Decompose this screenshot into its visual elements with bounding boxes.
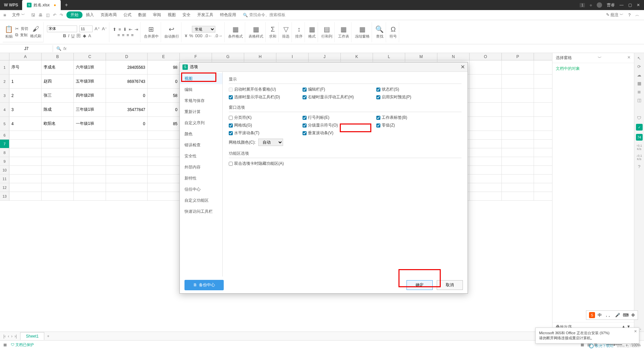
symbol-button[interactable]: Ω符号 xyxy=(389,26,397,39)
dialog-nav-item[interactable]: 自定义功能区 xyxy=(180,195,222,206)
indent-inc-icon[interactable]: ⇥ xyxy=(135,27,138,32)
cell[interactable] xyxy=(106,148,148,157)
font-color-icon[interactable]: A xyxy=(88,33,91,38)
help-sidebar-icon[interactable]: ? xyxy=(638,164,640,169)
avatar-icon[interactable] xyxy=(597,2,602,8)
cell[interactable] xyxy=(106,140,148,148)
cell[interactable] xyxy=(148,192,180,200)
collapse-ribbon-icon[interactable]: ︿ xyxy=(635,12,639,18)
cell[interactable] xyxy=(42,192,74,200)
cell[interactable] xyxy=(74,192,106,200)
cell[interactable]: 2 xyxy=(9,89,42,102)
menu-view[interactable]: 视图 xyxy=(164,12,179,18)
cell[interactable] xyxy=(42,166,74,174)
underline-icon[interactable]: U xyxy=(71,33,74,38)
notification-badge[interactable]: 1 xyxy=(580,3,585,7)
cell[interactable]: 赵四 xyxy=(42,74,74,88)
name-box[interactable]: J7 xyxy=(0,45,53,52)
cell[interactable] xyxy=(74,174,106,183)
cell[interactable] xyxy=(42,148,74,157)
rowcol-button[interactable]: ▤行和列 xyxy=(321,25,332,39)
row-header[interactable]: 5 xyxy=(0,117,9,131)
row-header[interactable]: 2 xyxy=(0,74,9,88)
dec-inc-icon[interactable]: .0← xyxy=(204,33,212,38)
opt-ribbon-hide[interactable]: 双击选项卡时隐藏功能区(A) xyxy=(229,161,296,166)
col-header-H[interactable]: H xyxy=(244,53,276,60)
percent-icon[interactable]: % xyxy=(189,33,193,38)
menu-special[interactable]: 特色应用 xyxy=(217,12,239,18)
cell[interactable]: 0 xyxy=(148,103,180,116)
find-button[interactable]: 🔍查找 xyxy=(375,25,384,39)
fill-color-icon[interactable]: ◆ xyxy=(83,33,86,38)
pane-close-icon[interactable]: ✕ xyxy=(627,55,631,61)
status-badge-green[interactable]: ✓ xyxy=(636,124,643,131)
minimize-button[interactable]: — xyxy=(620,3,624,7)
row-header[interactable]: 1 xyxy=(0,60,9,74)
help-icon[interactable]: ? xyxy=(628,13,631,17)
cell[interactable] xyxy=(470,148,502,157)
freeze-panes-button[interactable]: ▦冻结窗格 xyxy=(355,25,370,39)
col-header-E[interactable]: E xyxy=(148,53,180,60)
col-header-B[interactable]: B xyxy=(42,53,74,60)
cell[interactable] xyxy=(148,157,180,165)
cell[interactable] xyxy=(42,140,74,148)
cell[interactable] xyxy=(74,131,106,139)
cell[interactable] xyxy=(502,60,534,74)
increase-font-icon[interactable]: A⁺ xyxy=(95,26,100,31)
cell[interactable]: 1 xyxy=(9,74,42,88)
col-header-P[interactable]: P xyxy=(502,53,534,60)
col-header-I[interactable]: I xyxy=(276,53,309,60)
dialog-nav-item[interactable]: 错误检查 xyxy=(180,140,222,151)
col-header-L[interactable]: L xyxy=(373,53,405,60)
opt-live-preview[interactable]: 启用实时预览(P) xyxy=(376,94,443,100)
dialog-nav-item[interactable]: 快速访问工具栏 xyxy=(180,206,222,217)
cell[interactable]: 28405563 xyxy=(106,60,148,74)
cell[interactable]: 三年级1班 xyxy=(74,103,106,116)
cell[interactable] xyxy=(148,140,180,148)
cell[interactable] xyxy=(106,166,148,174)
cell[interactable] xyxy=(502,131,534,139)
indent-dec-icon[interactable]: ⇤ xyxy=(129,27,132,32)
cell[interactable]: 86976743 xyxy=(106,74,148,88)
settings-icon[interactable]: ◫ xyxy=(637,98,641,103)
cell[interactable] xyxy=(470,74,502,88)
dialog-close-icon[interactable]: ✕ xyxy=(461,64,465,70)
copy-button[interactable]: ⧉复制 xyxy=(15,32,28,38)
file-menu[interactable]: 文件﹀ xyxy=(9,12,28,18)
cell[interactable] xyxy=(74,183,106,192)
opt-page-break[interactable]: 分页符(K) xyxy=(229,115,296,120)
cell[interactable] xyxy=(42,183,74,192)
cell[interactable]: 0 xyxy=(148,74,180,88)
cell[interactable] xyxy=(502,192,534,200)
opt-startup-pane[interactable]: 启动时展开任务窗格(U) xyxy=(229,87,296,92)
cell[interactable]: 五年级3班 xyxy=(74,74,106,88)
cell[interactable] xyxy=(9,166,42,174)
print-preview-icon[interactable]: ◫ xyxy=(46,13,50,17)
fx-search-icon[interactable]: 🔍 xyxy=(56,46,61,51)
ok-button[interactable]: 确定 xyxy=(407,280,433,290)
opt-vscroll[interactable]: 垂直滚动条(V) xyxy=(303,130,370,136)
cell[interactable]: 欧阳名 xyxy=(42,117,74,131)
col-header-J[interactable]: J xyxy=(309,53,341,60)
cell[interactable]: 一年级1班 xyxy=(74,117,106,131)
opt-zero-value[interactable]: 零值(Z) xyxy=(376,122,443,128)
cell[interactable]: 六年级1班 xyxy=(74,60,106,74)
opt-sheet-tabs[interactable]: 工作表标签(B) xyxy=(376,115,443,120)
cell[interactable]: 李成名 xyxy=(42,60,74,74)
cell[interactable] xyxy=(9,131,42,139)
align-bottom-icon[interactable]: ⬇ xyxy=(123,27,127,32)
col-header-G[interactable]: G xyxy=(212,53,244,60)
document-tab[interactable]: S 姓名.xlsx ● xyxy=(22,0,61,10)
cell[interactable] xyxy=(9,148,42,157)
row-header[interactable]: 7 xyxy=(0,140,9,148)
ime-mic-icon[interactable]: 🎤 xyxy=(615,313,620,317)
cell[interactable] xyxy=(106,174,148,183)
col-header-M[interactable]: M xyxy=(405,53,437,60)
number-format-select[interactable]: 常规 xyxy=(192,26,215,33)
row-header[interactable]: 10 xyxy=(0,166,9,174)
cancel-button[interactable]: 取消 xyxy=(437,280,463,290)
dialog-nav-item[interactable]: 视图 xyxy=(180,73,222,84)
dialog-nav-item[interactable]: 安全性 xyxy=(180,151,222,162)
comma-icon[interactable]: 000 xyxy=(195,33,203,38)
worksheet-button[interactable]: ▦工作表 xyxy=(338,25,349,39)
